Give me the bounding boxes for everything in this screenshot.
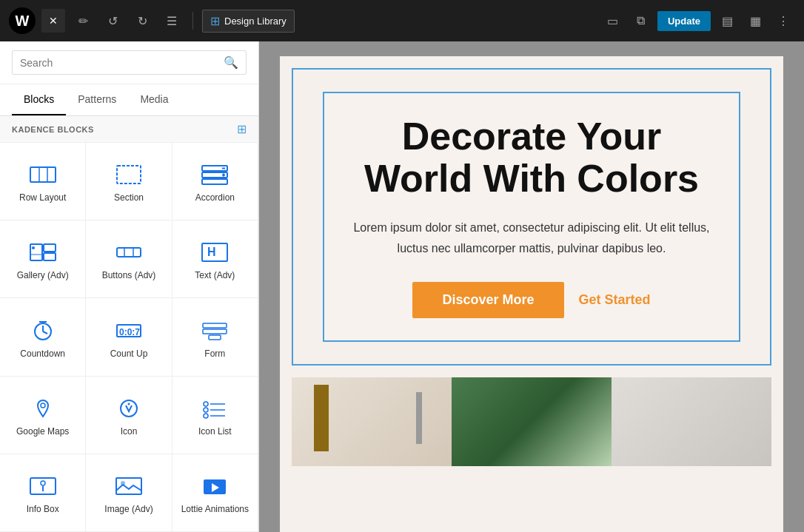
update-label: Update xyxy=(668,16,700,27)
sidebar-icon: ▤ xyxy=(722,14,733,28)
block-item-form[interactable]: Form xyxy=(172,298,258,376)
gallery-image-1 xyxy=(292,377,452,466)
icon-block-icon xyxy=(114,397,144,420)
svg-rect-0 xyxy=(30,167,56,182)
close-button[interactable]: ✕ xyxy=(41,9,65,33)
block-item-row-layout[interactable]: Row Layout xyxy=(0,143,86,220)
monitor-button[interactable]: ▭ xyxy=(601,9,625,33)
external-button[interactable]: ⧉ xyxy=(629,9,653,33)
pencil-button[interactable]: ✏ xyxy=(71,9,95,33)
info-box-label: Info Box xyxy=(27,504,59,516)
hero-subtitle: Lorem ipsum dolor sit amet, consectetur … xyxy=(346,218,717,257)
pencil-icon: ✏ xyxy=(78,14,88,28)
toolbar-right: ▭ ⧉ Update ▤ ▦ ⋮ xyxy=(601,9,795,33)
svg-rect-26 xyxy=(203,323,227,328)
hero-title: Decorate Your World With Colors xyxy=(346,115,717,200)
get-started-button[interactable]: Get Started xyxy=(579,292,651,308)
search-input[interactable] xyxy=(20,57,224,69)
more-button[interactable]: ⋮ xyxy=(771,9,795,33)
count-up-icon: 0:0:7 xyxy=(114,319,144,343)
block-item-info-box[interactable]: Info Box xyxy=(0,454,86,532)
accordion-icon xyxy=(200,163,230,186)
redo-button[interactable]: ↻ xyxy=(130,9,154,33)
tab-media[interactable]: Media xyxy=(128,84,180,115)
sidebar-toggle-button[interactable]: ▤ xyxy=(715,9,739,33)
wordpress-logo[interactable]: W xyxy=(9,7,36,34)
buttons-icon xyxy=(114,240,144,264)
svg-rect-10 xyxy=(30,244,42,260)
kb-icon: ⊞ xyxy=(210,14,220,28)
more-icon: ⋮ xyxy=(777,14,789,28)
block-item-count-up[interactable]: 0:0:7 Count Up xyxy=(86,298,172,376)
settings-button[interactable]: ▦ xyxy=(743,9,767,33)
blocks-grid: Row Layout Section xyxy=(0,143,258,532)
info-box-icon xyxy=(28,474,58,498)
count-up-label: Count Up xyxy=(110,349,148,360)
image-label: Image (Adv) xyxy=(104,504,153,516)
svg-rect-12 xyxy=(44,253,56,260)
design-library-button[interactable]: ⊞ Design Library xyxy=(202,10,295,33)
hero-buttons: Discover More Get Started xyxy=(346,282,717,318)
block-item-countdown[interactable]: Countdown xyxy=(0,298,86,376)
list-view-button[interactable]: ☰ xyxy=(160,9,184,33)
list-icon: ☰ xyxy=(167,14,177,28)
svg-text:0:0:7: 0:0:7 xyxy=(119,327,140,337)
hero-section: Decorate Your World With Colors Lorem ip… xyxy=(292,68,771,366)
search-icon: 🔍 xyxy=(224,55,238,70)
block-item-text[interactable]: H Text (Adv) xyxy=(172,220,258,298)
toolbar: W ✕ ✏ ↺ ↻ ☰ ⊞ Design Library ▭ ⧉ Update … xyxy=(0,0,804,41)
block-item-section[interactable]: Section xyxy=(86,143,172,220)
block-item-buttons[interactable]: Buttons (Adv) xyxy=(86,220,172,298)
svg-point-29 xyxy=(41,403,45,408)
block-item-image[interactable]: Image (Adv) xyxy=(86,454,172,532)
block-item-icon[interactable]: Icon xyxy=(86,377,172,454)
countdown-label: Countdown xyxy=(20,349,65,360)
gallery-label: Gallery (Adv) xyxy=(17,270,69,282)
section-icon xyxy=(114,163,144,186)
svg-point-30 xyxy=(121,400,137,417)
sidebar-tabs: Blocks Patterns Media xyxy=(0,84,258,116)
text-label: Text (Adv) xyxy=(195,270,235,282)
block-item-lottie[interactable]: Lottie Animations xyxy=(172,454,258,532)
discover-more-button[interactable]: Discover More xyxy=(412,282,563,318)
google-maps-label: Google Maps xyxy=(16,426,69,438)
search-input-wrap[interactable]: 🔍 xyxy=(12,50,247,75)
canvas: Decorate Your World With Colors Lorem ip… xyxy=(259,41,804,532)
hero-inner-box: Decorate Your World With Colors Lorem ip… xyxy=(323,92,740,342)
svg-line-22 xyxy=(43,331,47,334)
row-layout-icon xyxy=(28,163,58,186)
svg-text:H: H xyxy=(207,246,216,258)
svg-point-31 xyxy=(127,403,130,405)
canvas-inner: Decorate Your World With Colors Lorem ip… xyxy=(280,56,783,532)
settings-icon: ▦ xyxy=(750,14,761,28)
block-item-accordion[interactable]: Accordion xyxy=(172,143,258,220)
svg-point-13 xyxy=(32,246,35,249)
undo-button[interactable]: ↺ xyxy=(101,9,124,33)
kadence-label: KADENCE BLOCKS xyxy=(12,125,94,134)
form-icon xyxy=(200,319,230,343)
block-item-google-maps[interactable]: Google Maps xyxy=(0,377,86,454)
lottie-label: Lottie Animations xyxy=(181,504,249,516)
svg-rect-27 xyxy=(203,329,227,334)
icon-label: Icon xyxy=(121,426,138,438)
close-icon: ✕ xyxy=(49,15,58,27)
accordion-label: Accordion xyxy=(195,192,235,204)
update-button[interactable]: Update xyxy=(657,11,711,31)
svg-point-39 xyxy=(41,481,45,485)
svg-rect-6 xyxy=(202,179,227,184)
ladder-decoration xyxy=(314,385,329,451)
block-item-icon-list[interactable]: Icon List xyxy=(172,377,258,454)
block-item-gallery[interactable]: Gallery (Adv) xyxy=(0,220,86,298)
redo-icon: ↻ xyxy=(138,14,147,28)
gallery-image-3 xyxy=(612,377,771,466)
gallery-image-2 xyxy=(452,377,612,466)
svg-point-34 xyxy=(204,408,208,412)
svg-rect-41 xyxy=(116,478,141,494)
svg-rect-3 xyxy=(117,166,141,183)
icon-list-label: Icon List xyxy=(198,426,232,438)
text-icon: H xyxy=(200,240,230,264)
toolbar-separator xyxy=(192,12,193,30)
tab-blocks[interactable]: Blocks xyxy=(12,84,66,115)
tab-patterns[interactable]: Patterns xyxy=(66,84,128,115)
search-section: 🔍 xyxy=(0,41,258,84)
